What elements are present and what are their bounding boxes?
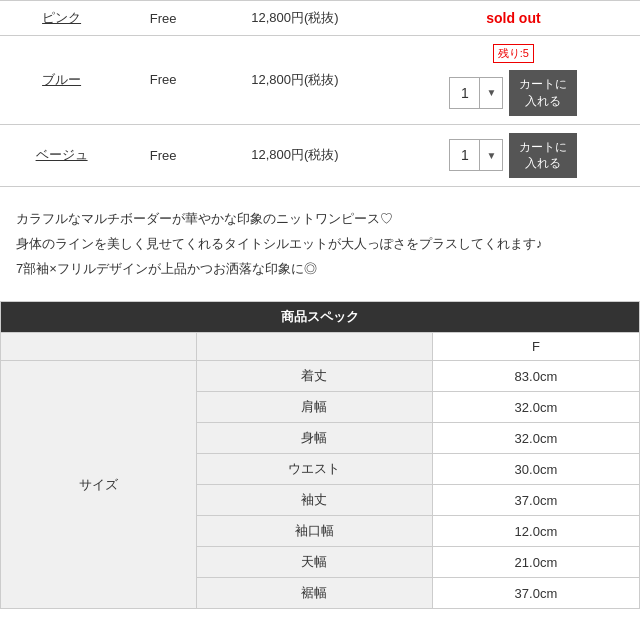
spec-row-label: 天幅 [197,547,433,578]
variant-name: ブルー [0,36,123,125]
spec-row: サイズ着丈83.0cm [1,361,640,392]
variant-action[interactable]: 残り:51▼カートに 入れる [387,36,640,125]
add-to-cart-button[interactable]: カートに 入れる [509,70,577,116]
variant-table: ピンクFree12,800円(税抜)sold outブルーFree12,800円… [0,0,640,187]
variant-size: Free [123,124,203,187]
spec-row-value: 37.0cm [432,578,639,609]
variant-size: Free [123,1,203,36]
description-text: カラフルなマルチボーダーが華やかな印象のニットワンピース♡ 身体のラインを美しく… [0,187,640,301]
spec-col-f: F [432,333,639,361]
variant-price: 12,800円(税抜) [203,36,387,125]
spec-row-label: 身幅 [197,423,433,454]
spec-row-label: ウエスト [197,454,433,485]
spec-col-empty2 [197,333,433,361]
spec-title: 商品スペック [1,302,640,333]
remaining-badge: 残り:5 [493,44,534,63]
spec-row-label: 着丈 [197,361,433,392]
spec-section: 商品スペック F サイズ着丈83.0cm肩幅32.0cm身幅32.0cmウエスト… [0,301,640,609]
variant-price: 12,800円(税抜) [203,124,387,187]
spec-row-label: 肩幅 [197,392,433,423]
variant-name: ベージュ [0,124,123,187]
spec-col-empty1 [1,333,197,361]
spec-table: 商品スペック F サイズ着丈83.0cm肩幅32.0cm身幅32.0cmウエスト… [0,301,640,609]
qty-dropdown-arrow[interactable]: ▼ [480,139,502,171]
sold-out-label: sold out [486,10,540,26]
qty-selector[interactable]: 1▼ [449,139,503,171]
add-to-cart-button[interactable]: カートに 入れる [509,133,577,179]
spec-row-value: 30.0cm [432,454,639,485]
spec-row-label: 裾幅 [197,578,433,609]
variant-name: ピンク [0,1,123,36]
variant-action[interactable]: 1▼カートに 入れる [387,124,640,187]
variant-row: ブルーFree12,800円(税抜)残り:51▼カートに 入れる [0,36,640,125]
variant-size: Free [123,36,203,125]
qty-value: 1 [450,139,480,171]
spec-row-label: 袖丈 [197,485,433,516]
variant-price: 12,800円(税抜) [203,1,387,36]
spec-row-value: 37.0cm [432,485,639,516]
variant-row: ピンクFree12,800円(税抜)sold out [0,1,640,36]
spec-row-value: 21.0cm [432,547,639,578]
qty-dropdown-arrow[interactable]: ▼ [480,77,502,109]
spec-row-value: 32.0cm [432,392,639,423]
variant-row: ベージュFree12,800円(税抜)1▼カートに 入れる [0,124,640,187]
spec-row-value: 83.0cm [432,361,639,392]
spec-row-value: 32.0cm [432,423,639,454]
qty-value: 1 [450,77,480,109]
spec-row-value: 12.0cm [432,516,639,547]
qty-selector[interactable]: 1▼ [449,77,503,109]
spec-row-label: 袖口幅 [197,516,433,547]
variant-action: sold out [387,1,640,36]
size-label: サイズ [1,361,197,609]
